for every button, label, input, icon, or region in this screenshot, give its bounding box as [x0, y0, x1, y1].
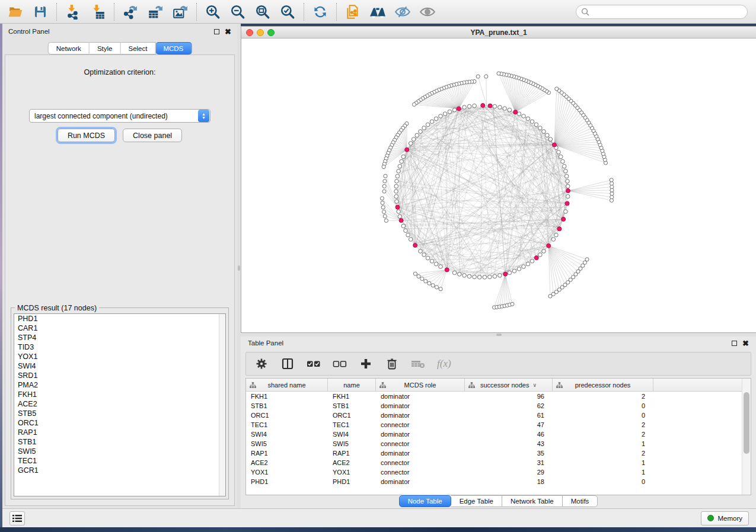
criterion-dropdown[interactable]: largest connected component (undirected)…: [29, 109, 210, 123]
show-all-icon[interactable]: [419, 4, 436, 20]
table-scrollbar-thumb[interactable]: [744, 392, 749, 454]
table-options-icon[interactable]: [254, 357, 269, 371]
network-window-titlebar[interactable]: YPA_prune.txt_1: [241, 27, 756, 39]
mcds-result-item[interactable]: GCR1: [14, 466, 225, 475]
tab-mcds[interactable]: MCDS: [155, 42, 192, 55]
column-header-predecessor-nodes[interactable]: predecessor nodes: [553, 379, 653, 391]
table-row[interactable]: PHD1PHD1dominator180: [246, 477, 751, 486]
window-zoom-icon[interactable]: [267, 29, 275, 36]
first-neighbors-icon[interactable]: [369, 4, 386, 20]
column-header-successor-nodes[interactable]: successor nodes∨: [465, 379, 553, 391]
tab-style[interactable]: Style: [90, 42, 121, 55]
table-row[interactable]: RAP1RAP1dominator352: [246, 448, 751, 458]
column-header-name[interactable]: name: [328, 379, 376, 391]
cell-shared-name: YOX1: [246, 467, 328, 477]
table-row[interactable]: STB1STB1dominator620: [246, 401, 751, 411]
refresh-icon[interactable]: [312, 4, 328, 20]
close-panel-icon[interactable]: ✖: [225, 29, 231, 34]
column-header-MCDS-role[interactable]: MCDS role: [376, 379, 465, 391]
cell-successor-nodes: 47: [465, 420, 553, 430]
import-network-icon[interactable]: [65, 4, 81, 20]
table-row[interactable]: TEC1TEC1connector472: [246, 420, 751, 430]
table-scrollbar[interactable]: [742, 379, 751, 495]
network-canvas[interactable]: [241, 39, 756, 332]
cell-successor-nodes: 43: [465, 439, 553, 448]
tab-node-table[interactable]: Node Table: [399, 495, 451, 507]
mcds-result-item[interactable]: ORC1: [14, 418, 225, 428]
mcds-result-item[interactable]: STB5: [14, 409, 225, 418]
mcds-result-item[interactable]: PHD1: [14, 314, 225, 323]
mcds-list-scrollbar[interactable]: [219, 314, 225, 496]
mcds-result-item[interactable]: YOX1: [14, 352, 225, 361]
mcds-result-item[interactable]: STB1: [14, 437, 225, 447]
mcds-result-item[interactable]: FKH1: [14, 390, 225, 399]
table-row[interactable]: FKH1FKH1dominator962: [246, 392, 751, 401]
memory-button[interactable]: Memory: [701, 511, 749, 525]
mcds-result-list[interactable]: PHD1CAR1STP4TID3YOX1SWI4SRD1PMA2FKH1ACE2…: [14, 313, 226, 496]
cell-name: FKH1: [328, 392, 376, 401]
cell-successor-nodes: 61: [465, 411, 553, 420]
mcds-result-item[interactable]: SWI4: [14, 361, 225, 371]
zoom-in-icon[interactable]: [205, 4, 221, 20]
show-columns-icon[interactable]: [280, 357, 295, 371]
table-row[interactable]: ACE2ACE2connector311: [246, 458, 751, 467]
table-row[interactable]: YOX1YOX1connector291: [246, 467, 751, 477]
column-header-shared-name[interactable]: shared name: [246, 379, 328, 391]
tab-motifs[interactable]: Motifs: [563, 495, 598, 507]
export-network-icon[interactable]: [122, 4, 139, 20]
mcds-result-item[interactable]: TID3: [14, 342, 225, 352]
select-all-icon[interactable]: [307, 357, 321, 371]
mcds-result-item[interactable]: STP4: [14, 333, 225, 342]
zoom-out-icon[interactable]: [229, 4, 246, 20]
float-panel-icon[interactable]: [214, 29, 219, 34]
status-bar: Memory: [2, 508, 756, 527]
run-mcds-button[interactable]: Run MCDS: [58, 129, 115, 142]
cell-name: SWI4: [328, 430, 376, 439]
table-row[interactable]: SWI4SWI4dominator462: [246, 430, 751, 439]
cell-shared-name: RAP1: [246, 448, 328, 458]
window-minimize-icon[interactable]: [257, 29, 264, 36]
import-table-icon[interactable]: [90, 4, 106, 20]
table-row[interactable]: SWI5SWI5connector431: [246, 439, 751, 448]
add-row-icon[interactable]: [359, 357, 373, 371]
mcds-result-item[interactable]: RAP1: [14, 428, 225, 437]
mcds-result-item[interactable]: CAR1: [14, 323, 225, 333]
float-panel-icon[interactable]: [732, 341, 737, 346]
export-image-icon[interactable]: [172, 4, 189, 20]
delete-rows-icon[interactable]: [385, 357, 399, 371]
search-input[interactable]: [592, 8, 742, 16]
cell-shared-name: STB1: [246, 401, 328, 411]
cell-successor-nodes: 29: [465, 467, 553, 477]
cell-predecessor-nodes: 1: [553, 467, 653, 477]
criterion-dropdown-value: largest connected component (undirected): [30, 112, 197, 120]
table-row[interactable]: ORC1ORC1dominator610: [246, 411, 751, 420]
window-close-icon[interactable]: [246, 29, 253, 36]
main-toolbar: [0, 0, 756, 24]
export-table-icon[interactable]: [147, 4, 164, 20]
mcds-result-item[interactable]: TEC1: [14, 456, 225, 466]
tab-edge-table[interactable]: Edge Table: [451, 495, 502, 507]
clone-network-icon[interactable]: [344, 4, 361, 20]
save-session-icon[interactable]: [32, 4, 49, 20]
cell-name: ACE2: [328, 458, 376, 467]
zoom-fit-icon[interactable]: [254, 4, 271, 20]
open-session-icon[interactable]: [7, 4, 24, 20]
zoom-selected-icon[interactable]: [279, 4, 296, 20]
node-table-rows: FKH1FKH1dominator962STB1STB1dominator620…: [246, 392, 751, 486]
mcds-result-item[interactable]: SWI5: [14, 447, 225, 456]
search-icon: [581, 8, 589, 16]
search-box[interactable]: [576, 5, 748, 19]
tab-network[interactable]: Network: [48, 42, 90, 55]
tab-network-table[interactable]: Network Table: [502, 495, 563, 507]
tab-select[interactable]: Select: [120, 42, 155, 55]
close-panel-icon[interactable]: ✖: [742, 341, 749, 346]
task-history-button[interactable]: [9, 511, 25, 525]
mcds-result-item[interactable]: ACE2: [14, 399, 225, 409]
cell-predecessor-nodes: 1: [553, 439, 653, 448]
mcds-result-item[interactable]: PMA2: [14, 380, 225, 390]
cell-shared-name: ACE2: [246, 458, 328, 467]
deselect-all-icon[interactable]: [333, 357, 347, 371]
mcds-result-item[interactable]: SRD1: [14, 371, 225, 380]
close-panel-button[interactable]: Close panel: [123, 129, 182, 142]
hide-selected-icon[interactable]: [394, 4, 411, 20]
